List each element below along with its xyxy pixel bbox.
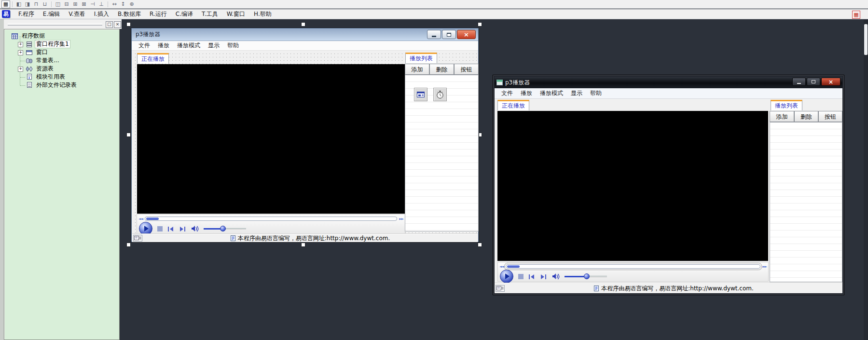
align-right-icon[interactable]: ◨ [23,0,32,8]
close-button[interactable]: × [457,30,476,39]
attach-bottom-icon[interactable]: ⊥ [97,0,106,8]
menu-view[interactable]: V.查看 [64,9,89,19]
selection-handle[interactable] [478,22,482,27]
player-menu-help[interactable]: 帮助 [223,41,243,50]
player-menu-playmode[interactable]: 播放模式 [536,89,567,98]
player-menu-file[interactable]: 文件 [135,41,154,50]
form-designer-icon[interactable]: ▦ [1,0,10,8]
seek-thumb[interactable] [146,218,159,220]
attach-left-icon[interactable]: ⊣ [88,0,97,8]
panel-close-button[interactable]: × [114,21,121,28]
workspace-scrollbar[interactable] [864,19,868,340]
tree-item-label[interactable]: 常量表... [35,57,60,64]
menu-insert[interactable]: I.插入 [90,9,113,19]
player-menu-help[interactable]: 帮助 [586,89,606,98]
expand-icon[interactable]: + [18,67,23,72]
tree-item-label[interactable]: 程序数据 [21,32,46,40]
next-button[interactable] [539,274,547,280]
stop-button[interactable] [518,274,524,279]
menu-compile[interactable]: C.编译 [171,9,197,19]
maximize-button[interactable] [807,78,820,86]
tree-item-window[interactable]: + 窗口 [4,49,119,56]
menu-run[interactable]: R.运行 [145,9,171,19]
same-size-icon[interactable]: ⊕ [127,0,136,8]
minimize-button[interactable] [792,78,806,86]
timer-component-icon[interactable] [433,88,447,101]
tab-playlist[interactable]: 播放列表 [771,100,802,110]
extra-button[interactable]: 按钮 [454,64,479,75]
menu-tools[interactable]: T.工具 [197,9,222,19]
volume-icon[interactable] [552,273,560,280]
selection-handle[interactable] [478,243,482,247]
tree-item-label[interactable]: 资源表 [35,65,55,72]
player-menu-play[interactable]: 播放 [517,89,536,98]
tree-item-external-files[interactable]: 外部文件记录表 [4,82,119,89]
tree-item-module-refs[interactable]: 模块引用表 [4,73,119,81]
volume-thumb[interactable] [584,273,590,279]
panel-maximize-button[interactable]: □ [106,21,113,28]
selection-handle[interactable] [301,22,305,27]
docked-form-icon[interactable]: ▦ [852,11,860,19]
expand-icon[interactable]: + [18,50,23,55]
player-menu-display[interactable]: 显示 [204,41,223,50]
play-button[interactable] [139,222,152,235]
same-height-icon[interactable]: ↕ [119,0,127,8]
space-across-icon[interactable]: ⊞ [71,0,80,8]
seek-forward-icon[interactable]: ►► [399,217,403,221]
media-player-component-icon[interactable] [414,88,427,101]
align-bottom-icon[interactable]: ⊔ [41,0,49,8]
tree-item-program-data[interactable]: 程序数据 [4,32,119,40]
volume-thumb[interactable] [220,226,226,231]
space-down-icon[interactable]: ⊠ [80,0,88,8]
tab-now-playing[interactable]: 正在播放 [137,53,169,64]
panel-grip[interactable] [8,23,102,26]
add-button[interactable]: 添加 [405,64,429,75]
minimize-button[interactable] [427,30,441,39]
player-menu-display[interactable]: 显示 [567,89,586,98]
seek-back-icon[interactable]: ◄◄ [138,217,143,221]
volume-slider[interactable] [565,273,607,279]
align-top-icon[interactable]: ⊓ [32,0,41,8]
delete-button[interactable]: 删除 [429,64,454,75]
seek-forward-icon[interactable]: ►► [762,264,767,269]
tab-now-playing[interactable]: 正在播放 [497,100,529,110]
tree-item-label[interactable]: 窗口 [35,49,49,56]
workspace-scrollbar-thumb[interactable] [864,24,868,55]
volume-icon[interactable] [191,225,199,232]
play-button[interactable] [500,270,513,283]
center-vertical-icon[interactable]: ⊟ [62,0,71,8]
player-menu-playmode[interactable]: 播放模式 [173,41,204,50]
same-width-icon[interactable]: ↔ [110,0,119,8]
expand-icon[interactable]: + [18,42,23,47]
seek-bar[interactable] [145,217,397,221]
tab-playlist[interactable]: 播放列表 [405,53,437,63]
tree-item-label[interactable]: 窗口程序集1 [35,41,70,48]
maximize-button[interactable] [442,30,456,39]
menu-edit[interactable]: E.编辑 [39,9,64,19]
previous-button[interactable] [167,226,175,232]
menu-window[interactable]: W.窗口 [222,9,249,19]
seek-thumb[interactable] [507,265,520,268]
tree-item-label[interactable]: 外部文件记录表 [35,82,78,89]
player-menu-play[interactable]: 播放 [154,41,173,50]
titlebar[interactable]: p3播放器 × [132,28,478,41]
delete-button[interactable]: 删除 [794,111,818,122]
next-button[interactable] [179,226,186,232]
player-menu-file[interactable]: 文件 [497,89,517,98]
selection-handle[interactable] [126,22,131,27]
stop-button[interactable] [157,226,163,231]
menu-database[interactable]: B.数据库 [113,9,145,19]
tree-item-constants[interactable]: 常量表... [4,57,119,65]
tree-item-resources[interactable]: + 资源表 [4,65,119,73]
align-left-icon[interactable]: ◧ [14,0,23,8]
playlist-listbox[interactable] [770,122,842,282]
previous-button[interactable] [528,274,536,280]
menu-help[interactable]: H.帮助 [249,9,276,19]
tree-item-window-program-set[interactable]: + 窗口程序集1 [4,41,119,48]
titlebar[interactable]: p3播放器 × [495,77,842,88]
add-button[interactable]: 添加 [770,111,794,122]
seek-back-icon[interactable]: ◄◄ [499,264,504,269]
tree-item-label[interactable]: 模块引用表 [35,73,66,81]
seek-bar[interactable] [506,264,760,269]
extra-button[interactable]: 按钮 [818,111,842,122]
